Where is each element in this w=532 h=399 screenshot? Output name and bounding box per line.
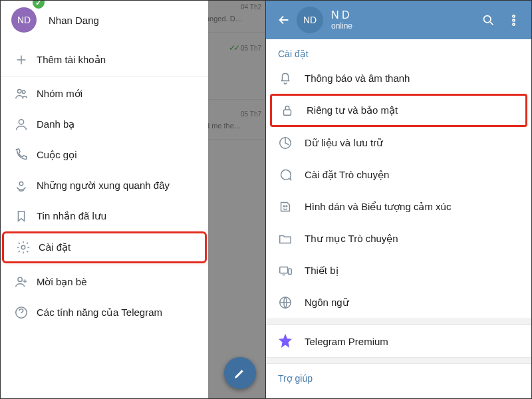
more-button[interactable] xyxy=(501,13,526,27)
section-divider xyxy=(266,357,531,364)
svg-point-3 xyxy=(19,182,23,186)
settings-item-label: Thư mục Trò chuyện xyxy=(305,233,398,245)
avatar[interactable]: ND xyxy=(297,7,323,33)
profile-name: N D xyxy=(331,9,475,21)
drawer-item-label: Cài đặt xyxy=(39,241,70,253)
svg-rect-16 xyxy=(289,269,292,274)
phone-icon xyxy=(14,148,37,162)
settings-item-label: Cài đặt Trò chuyện xyxy=(305,169,389,181)
group-icon xyxy=(14,86,37,101)
more-vertical-icon xyxy=(507,13,521,27)
drawer-item-label: Cuộc gọi xyxy=(37,149,77,161)
avatar: ND xyxy=(11,7,37,33)
data-icon xyxy=(278,136,305,150)
notifications-item[interactable]: Thông báo và âm thanh xyxy=(266,62,531,94)
drawer-item-label: Mời bạn bè xyxy=(37,276,87,288)
devices-item[interactable]: Thiết bị xyxy=(266,255,531,287)
settings-list: Cài đặt Thông báo và âm thanh Riêng tư v… xyxy=(266,39,531,398)
telegram-features-item[interactable]: Các tính năng của Telegram xyxy=(1,297,208,328)
section-header: Trợ giúp xyxy=(266,364,531,386)
topbar-title-block: N D online xyxy=(331,9,475,31)
person-icon xyxy=(14,117,37,132)
data-storage-item[interactable]: Dữ liệu và lưu trữ xyxy=(266,127,531,159)
drawer-item-label: Nhóm mới xyxy=(37,88,82,100)
people-nearby-item[interactable]: Những người xung quanh đây xyxy=(1,170,208,201)
folder-icon xyxy=(278,231,305,246)
star-icon xyxy=(278,334,305,348)
chat-icon xyxy=(278,168,305,182)
settings-item-label: Riêng tư và bảo mật xyxy=(307,104,398,116)
devices-icon xyxy=(278,263,305,278)
svg-point-2 xyxy=(19,120,23,124)
svg-point-10 xyxy=(512,23,514,25)
privacy-item[interactable]: Riêng tư và bảo mật xyxy=(270,94,527,127)
profile-status: online xyxy=(331,21,475,31)
drawer-item-label: Tin nhắn đã lưu xyxy=(37,210,106,222)
svg-point-14 xyxy=(286,205,287,207)
language-item[interactable]: Ngôn ngữ xyxy=(266,287,531,319)
back-button[interactable] xyxy=(271,13,297,27)
stickers-item[interactable]: Hình dán và Biểu tượng cảm xúc xyxy=(266,191,531,223)
account-name: Nhan Dang xyxy=(49,15,99,26)
drawer-item-label: Danh bạ xyxy=(37,118,74,130)
svg-point-8 xyxy=(512,15,514,17)
add-account-item[interactable]: Thêm tài khoản xyxy=(1,45,208,75)
svg-point-0 xyxy=(18,90,22,94)
arrow-left-icon xyxy=(277,13,291,27)
svg-point-1 xyxy=(22,90,25,94)
saved-messages-item[interactable]: Tin nhắn đã lưu xyxy=(1,201,208,231)
globe-icon xyxy=(278,295,305,310)
invite-friends-item[interactable]: Mời bạn bè xyxy=(1,267,208,297)
settings-item-label: Telegram Premium xyxy=(305,336,388,347)
settings-item-label: Dữ liệu và lưu trữ xyxy=(305,137,383,149)
chat-settings-item[interactable]: Cài đặt Trò chuyện xyxy=(266,159,531,191)
svg-rect-11 xyxy=(284,110,291,115)
compose-fab[interactable] xyxy=(224,357,256,389)
svg-point-13 xyxy=(283,205,285,207)
settings-screenshot: ND N D online Cài đặt Thông báo và âm th… xyxy=(266,1,531,398)
settings-item-label: Ngôn ngữ xyxy=(305,297,349,309)
navigation-drawer: ND Nhan Dang Thêm tài khoản Nhóm mới Dan… xyxy=(1,1,208,398)
contacts-item[interactable]: Danh bạ xyxy=(1,109,208,140)
search-icon xyxy=(481,13,495,27)
new-group-item[interactable]: Nhóm mới xyxy=(1,78,208,109)
svg-point-7 xyxy=(483,15,491,23)
settings-item-label: Hình dán và Biểu tượng cảm xúc xyxy=(305,201,451,213)
plus-icon xyxy=(14,53,37,67)
search-button[interactable] xyxy=(475,13,501,27)
nearby-icon xyxy=(14,178,37,193)
folders-item[interactable]: Thư mục Trò chuyện xyxy=(266,223,531,255)
settings-topbar: ND N D online xyxy=(266,1,531,39)
drawer-account-header[interactable]: ND Nhan Dang xyxy=(1,1,208,45)
bell-icon xyxy=(278,70,305,85)
drawer-scrim xyxy=(205,1,265,398)
svg-point-5 xyxy=(18,277,22,281)
settings-item-label: Thiết bị xyxy=(305,265,338,277)
drawer-item-label: Thêm tài khoản xyxy=(37,54,106,66)
help-icon xyxy=(14,305,37,320)
add-person-icon xyxy=(14,275,37,289)
svg-point-4 xyxy=(21,245,25,249)
gear-icon xyxy=(16,240,39,255)
calls-item[interactable]: Cuộc gọi xyxy=(1,140,208,170)
drawer-screenshot: 04 Th2 anged. D… ✓✓05 Th7 05 Th7 d me th… xyxy=(1,1,266,398)
svg-point-9 xyxy=(512,19,514,21)
lock-icon xyxy=(280,103,307,118)
pencil-icon xyxy=(233,366,247,380)
drawer-item-label: Các tính năng của Telegram xyxy=(37,307,162,319)
premium-item[interactable]: Telegram Premium xyxy=(266,325,531,357)
section-divider xyxy=(266,319,531,325)
drawer-item-label: Những người xung quanh đây xyxy=(37,180,170,192)
section-header: Cài đặt xyxy=(266,39,531,62)
settings-item-label: Thông báo và âm thanh xyxy=(305,72,410,84)
sticker-icon xyxy=(278,200,305,214)
settings-item[interactable]: Cài đặt xyxy=(2,231,207,263)
svg-rect-15 xyxy=(280,267,288,273)
bookmark-icon xyxy=(14,209,37,223)
